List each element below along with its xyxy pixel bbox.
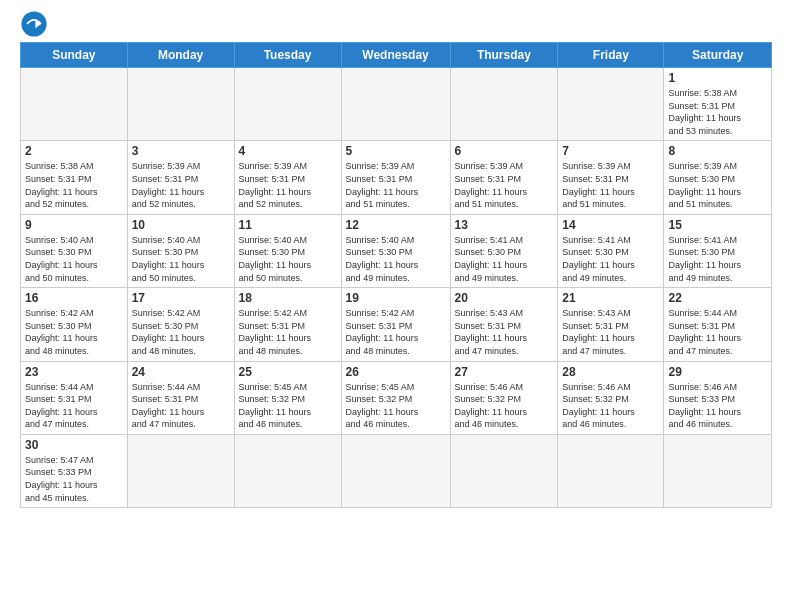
empty-cell — [127, 68, 234, 141]
day-number: 23 — [25, 365, 123, 379]
day-number: 13 — [455, 218, 554, 232]
day-cell-15: 15Sunrise: 5:41 AM Sunset: 5:30 PM Dayli… — [664, 214, 772, 287]
calendar-week-row: 16Sunrise: 5:42 AM Sunset: 5:30 PM Dayli… — [21, 288, 772, 361]
cell-info: Sunrise: 5:39 AM Sunset: 5:31 PM Dayligh… — [455, 160, 554, 210]
cell-info: Sunrise: 5:45 AM Sunset: 5:32 PM Dayligh… — [346, 381, 446, 431]
cell-info: Sunrise: 5:47 AM Sunset: 5:33 PM Dayligh… — [25, 454, 123, 504]
calendar-week-row: 2Sunrise: 5:38 AM Sunset: 5:31 PM Daylig… — [21, 141, 772, 214]
day-cell-18: 18Sunrise: 5:42 AM Sunset: 5:31 PM Dayli… — [234, 288, 341, 361]
day-cell-13: 13Sunrise: 5:41 AM Sunset: 5:30 PM Dayli… — [450, 214, 558, 287]
day-number: 24 — [132, 365, 230, 379]
day-number: 4 — [239, 144, 337, 158]
empty-cell — [341, 68, 450, 141]
cell-info: Sunrise: 5:41 AM Sunset: 5:30 PM Dayligh… — [668, 234, 767, 284]
day-header-wednesday: Wednesday — [341, 43, 450, 68]
empty-cell — [664, 434, 772, 507]
empty-cell — [21, 68, 128, 141]
day-cell-7: 7Sunrise: 5:39 AM Sunset: 5:31 PM Daylig… — [558, 141, 664, 214]
day-number: 10 — [132, 218, 230, 232]
day-cell-3: 3Sunrise: 5:39 AM Sunset: 5:31 PM Daylig… — [127, 141, 234, 214]
day-cell-4: 4Sunrise: 5:39 AM Sunset: 5:31 PM Daylig… — [234, 141, 341, 214]
cell-info: Sunrise: 5:42 AM Sunset: 5:30 PM Dayligh… — [25, 307, 123, 357]
empty-cell — [558, 68, 664, 141]
calendar-week-row: 9Sunrise: 5:40 AM Sunset: 5:30 PM Daylig… — [21, 214, 772, 287]
empty-cell — [450, 68, 558, 141]
calendar-week-row: 23Sunrise: 5:44 AM Sunset: 5:31 PM Dayli… — [21, 361, 772, 434]
day-number: 29 — [668, 365, 767, 379]
day-cell-27: 27Sunrise: 5:46 AM Sunset: 5:32 PM Dayli… — [450, 361, 558, 434]
day-cell-22: 22Sunrise: 5:44 AM Sunset: 5:31 PM Dayli… — [664, 288, 772, 361]
day-cell-9: 9Sunrise: 5:40 AM Sunset: 5:30 PM Daylig… — [21, 214, 128, 287]
day-cell-14: 14Sunrise: 5:41 AM Sunset: 5:30 PM Dayli… — [558, 214, 664, 287]
day-cell-2: 2Sunrise: 5:38 AM Sunset: 5:31 PM Daylig… — [21, 141, 128, 214]
day-cell-10: 10Sunrise: 5:40 AM Sunset: 5:30 PM Dayli… — [127, 214, 234, 287]
day-number: 7 — [562, 144, 659, 158]
calendar-table: SundayMondayTuesdayWednesdayThursdayFrid… — [20, 42, 772, 508]
day-cell-29: 29Sunrise: 5:46 AM Sunset: 5:33 PM Dayli… — [664, 361, 772, 434]
day-cell-19: 19Sunrise: 5:42 AM Sunset: 5:31 PM Dayli… — [341, 288, 450, 361]
day-number: 8 — [668, 144, 767, 158]
cell-info: Sunrise: 5:42 AM Sunset: 5:31 PM Dayligh… — [239, 307, 337, 357]
day-cell-12: 12Sunrise: 5:40 AM Sunset: 5:30 PM Dayli… — [341, 214, 450, 287]
day-cell-16: 16Sunrise: 5:42 AM Sunset: 5:30 PM Dayli… — [21, 288, 128, 361]
calendar-week-row: 1Sunrise: 5:38 AM Sunset: 5:31 PM Daylig… — [21, 68, 772, 141]
day-number: 16 — [25, 291, 123, 305]
day-number: 30 — [25, 438, 123, 452]
cell-info: Sunrise: 5:41 AM Sunset: 5:30 PM Dayligh… — [455, 234, 554, 284]
cell-info: Sunrise: 5:46 AM Sunset: 5:32 PM Dayligh… — [455, 381, 554, 431]
day-number: 1 — [668, 71, 767, 85]
cell-info: Sunrise: 5:42 AM Sunset: 5:31 PM Dayligh… — [346, 307, 446, 357]
day-header-saturday: Saturday — [664, 43, 772, 68]
day-number: 25 — [239, 365, 337, 379]
svg-point-0 — [21, 11, 46, 36]
day-number: 12 — [346, 218, 446, 232]
day-number: 6 — [455, 144, 554, 158]
logo-icon — [20, 10, 48, 38]
day-number: 2 — [25, 144, 123, 158]
empty-cell — [127, 434, 234, 507]
cell-info: Sunrise: 5:46 AM Sunset: 5:33 PM Dayligh… — [668, 381, 767, 431]
day-header-sunday: Sunday — [21, 43, 128, 68]
day-cell-30: 30Sunrise: 5:47 AM Sunset: 5:33 PM Dayli… — [21, 434, 128, 507]
day-number: 27 — [455, 365, 554, 379]
cell-info: Sunrise: 5:40 AM Sunset: 5:30 PM Dayligh… — [25, 234, 123, 284]
cell-info: Sunrise: 5:42 AM Sunset: 5:30 PM Dayligh… — [132, 307, 230, 357]
day-cell-25: 25Sunrise: 5:45 AM Sunset: 5:32 PM Dayli… — [234, 361, 341, 434]
day-number: 28 — [562, 365, 659, 379]
page-container: SundayMondayTuesdayWednesdayThursdayFrid… — [0, 0, 792, 508]
empty-cell — [558, 434, 664, 507]
day-number: 11 — [239, 218, 337, 232]
day-header-thursday: Thursday — [450, 43, 558, 68]
day-cell-11: 11Sunrise: 5:40 AM Sunset: 5:30 PM Dayli… — [234, 214, 341, 287]
cell-info: Sunrise: 5:40 AM Sunset: 5:30 PM Dayligh… — [132, 234, 230, 284]
day-number: 17 — [132, 291, 230, 305]
day-cell-1: 1Sunrise: 5:38 AM Sunset: 5:31 PM Daylig… — [664, 68, 772, 141]
cell-info: Sunrise: 5:39 AM Sunset: 5:31 PM Dayligh… — [346, 160, 446, 210]
day-cell-24: 24Sunrise: 5:44 AM Sunset: 5:31 PM Dayli… — [127, 361, 234, 434]
empty-cell — [450, 434, 558, 507]
day-number: 14 — [562, 218, 659, 232]
day-cell-6: 6Sunrise: 5:39 AM Sunset: 5:31 PM Daylig… — [450, 141, 558, 214]
days-header-row: SundayMondayTuesdayWednesdayThursdayFrid… — [21, 43, 772, 68]
logo — [20, 10, 52, 38]
day-cell-20: 20Sunrise: 5:43 AM Sunset: 5:31 PM Dayli… — [450, 288, 558, 361]
empty-cell — [234, 68, 341, 141]
cell-info: Sunrise: 5:38 AM Sunset: 5:31 PM Dayligh… — [25, 160, 123, 210]
cell-info: Sunrise: 5:45 AM Sunset: 5:32 PM Dayligh… — [239, 381, 337, 431]
cell-info: Sunrise: 5:44 AM Sunset: 5:31 PM Dayligh… — [668, 307, 767, 357]
day-number: 3 — [132, 144, 230, 158]
day-header-friday: Friday — [558, 43, 664, 68]
day-cell-8: 8Sunrise: 5:39 AM Sunset: 5:30 PM Daylig… — [664, 141, 772, 214]
calendar-week-row: 30Sunrise: 5:47 AM Sunset: 5:33 PM Dayli… — [21, 434, 772, 507]
cell-info: Sunrise: 5:38 AM Sunset: 5:31 PM Dayligh… — [668, 87, 767, 137]
day-number: 18 — [239, 291, 337, 305]
cell-info: Sunrise: 5:39 AM Sunset: 5:31 PM Dayligh… — [239, 160, 337, 210]
cell-info: Sunrise: 5:41 AM Sunset: 5:30 PM Dayligh… — [562, 234, 659, 284]
day-number: 20 — [455, 291, 554, 305]
cell-info: Sunrise: 5:44 AM Sunset: 5:31 PM Dayligh… — [132, 381, 230, 431]
day-number: 19 — [346, 291, 446, 305]
cell-info: Sunrise: 5:39 AM Sunset: 5:31 PM Dayligh… — [132, 160, 230, 210]
cell-info: Sunrise: 5:39 AM Sunset: 5:30 PM Dayligh… — [668, 160, 767, 210]
cell-info: Sunrise: 5:43 AM Sunset: 5:31 PM Dayligh… — [562, 307, 659, 357]
day-cell-28: 28Sunrise: 5:46 AM Sunset: 5:32 PM Dayli… — [558, 361, 664, 434]
